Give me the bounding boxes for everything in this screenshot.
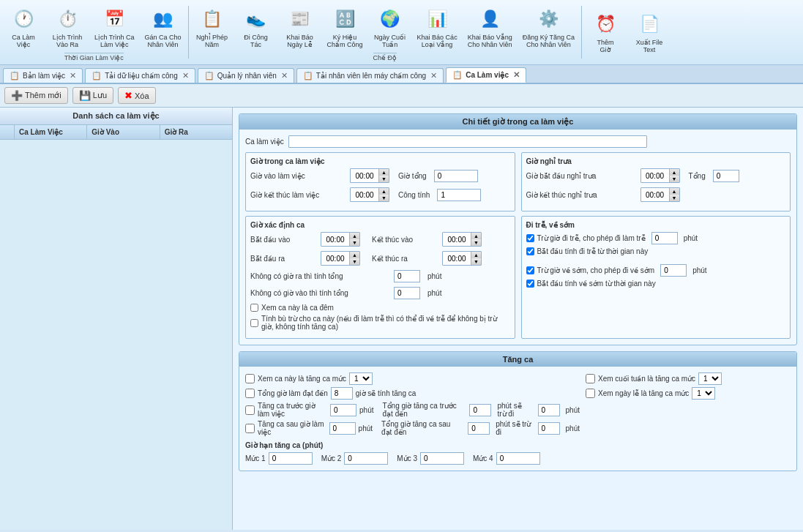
xem-cuoi-tuan-checkbox[interactable] xyxy=(586,374,595,383)
tab-quan-ly-nv[interactable]: 📋 Quản lý nhân viên ✕ xyxy=(198,68,294,83)
bat-dau-vao-up[interactable]: ▲ xyxy=(349,233,359,239)
bat-dau-tinh-di-tre-checkbox[interactable] xyxy=(526,247,534,255)
bat-dau-vao-down[interactable]: ▼ xyxy=(349,239,359,246)
tong-gio-lam-input[interactable] xyxy=(331,387,353,400)
nghi-tong-input[interactable] xyxy=(713,170,739,182)
khong-gio-vao-row: Không có giờ vào thì tính tổng phút xyxy=(250,287,510,299)
toolbar-ngay-cuoi-tuan[interactable]: 🌍 Ngày CuốiTuần xyxy=(368,3,412,51)
ket-thuc-ra-up[interactable]: ▲ xyxy=(471,252,481,258)
gio-nghi-trua-title: Giờ nghỉ trưa xyxy=(526,157,786,165)
cong-tinh-input[interactable] xyxy=(437,189,481,201)
toolbar-ca-lam-viec[interactable]: 🕐 Ca LàmViệc xyxy=(1,3,45,51)
tong-sau-se-tru-input[interactable] xyxy=(538,422,560,435)
tang-ca-sau-checkbox[interactable] xyxy=(245,424,255,433)
ket-thuc-vao-spinner[interactable]: ▲ ▼ xyxy=(442,232,482,247)
bat-dau-ra-spinner[interactable]: ▲ ▼ xyxy=(321,251,360,266)
toolbar-gan-ca-cho-nv[interactable]: 👥 Gán Ca ChoNhân Viên xyxy=(140,3,187,51)
gio-tong-input[interactable] xyxy=(434,170,478,182)
ca-lam-viec-input[interactable] xyxy=(288,135,647,148)
ket-thuc-nghi-down[interactable]: ▼ xyxy=(669,195,679,201)
luu-button[interactable]: 💾 Lưu xyxy=(72,87,113,104)
khong-gio-ra-input[interactable] xyxy=(394,270,420,282)
xoa-button[interactable]: ✖ Xóa xyxy=(118,87,156,104)
muc1-input[interactable] xyxy=(269,452,313,465)
gio-vao-down[interactable]: ▼ xyxy=(378,176,389,182)
muc3-input[interactable] xyxy=(420,452,464,465)
tru-gio-di-tre-checkbox[interactable] xyxy=(526,234,534,242)
ket-thuc-ra-spinner[interactable]: ▲ ▼ xyxy=(442,251,482,266)
ket-thuc-vao-up[interactable]: ▲ xyxy=(471,233,481,239)
toolbar-khai-bao-vang-nv[interactable]: 👤 Khai Báo VắngCho Nhân Viên xyxy=(463,3,518,51)
tab-tai-du-lieu-close[interactable]: ✕ xyxy=(182,71,189,80)
tang-ca-truoc-input[interactable] xyxy=(330,404,356,416)
tong-gio-lam-checkbox[interactable] xyxy=(245,389,255,398)
tru-gio-ve-som-input[interactable] xyxy=(660,264,687,277)
xem-ngay-le-checkbox[interactable] xyxy=(586,389,595,398)
tong-truoc-se-tru-input[interactable] xyxy=(538,404,560,416)
them-moi-button[interactable]: ➕ Thêm mới xyxy=(4,87,68,104)
tab-ca-lam-viec[interactable]: 📋 Ca Làm việc ✕ xyxy=(446,67,526,83)
bat-dau-tinh-ve-som-checkbox[interactable] xyxy=(526,280,534,288)
tab-tai-du-lieu[interactable]: 📋 Tải dữ liệu chấm công ✕ xyxy=(85,68,195,83)
tru-gio-ve-som-checkbox[interactable] xyxy=(526,266,534,274)
toolbar-ky-hieu[interactable]: 🔠 Ký HiệuChấm Công xyxy=(322,3,368,51)
ket-thuc-ra-down[interactable]: ▼ xyxy=(471,258,481,265)
gio-vao-up[interactable]: ▲ xyxy=(378,169,389,176)
xem-tang-ca-muc-checkbox[interactable] xyxy=(245,374,255,383)
toolbar-khai-bao-loai-vang[interactable]: 📊 Khai Báo CácLoại Vắng xyxy=(412,3,463,51)
tinh-bu-tru-checkbox[interactable] xyxy=(250,319,258,327)
bat-dau-ra-input[interactable] xyxy=(321,253,349,264)
bat-dau-ra-down[interactable]: ▼ xyxy=(349,258,359,265)
tong-sau-dat-den-input[interactable] xyxy=(468,422,490,435)
gio-ket-thuc-input[interactable] xyxy=(351,190,378,201)
toolbar-lich-trinh-vao-ra[interactable]: ⏱️ Lịch TrìnhVào Ra xyxy=(45,3,89,51)
toolbar-nghi-phep[interactable]: 📋 Nghỉ PhépNăm xyxy=(190,3,234,51)
toolbar-them-gio[interactable]: ⏰ ThêmGiờ xyxy=(583,3,627,61)
tab-quan-ly-nv-close[interactable]: ✕ xyxy=(281,71,288,80)
tru-gio-di-tre-input[interactable] xyxy=(651,232,678,244)
khong-gio-vao-input[interactable] xyxy=(394,287,420,299)
bat-dau-ra-up[interactable]: ▲ xyxy=(349,252,359,258)
bat-dau-vao-spinner[interactable]: ▲ ▼ xyxy=(321,232,360,247)
ket-thuc-nghi-spinner[interactable]: ▲ ▼ xyxy=(640,187,680,202)
ket-thuc-ra-input[interactable] xyxy=(443,253,471,264)
toolbar-lich-trinh-ca[interactable]: 📅 Lịch Trình CaLàm Việc xyxy=(89,3,140,51)
bat-dau-nghi-up[interactable]: ▲ xyxy=(669,169,679,176)
toolbar-xuat-file[interactable]: 📄 Xuất FileText xyxy=(627,3,671,61)
xem-ngay-le-select[interactable]: 1234 xyxy=(692,387,715,400)
muc4-input[interactable] xyxy=(496,452,540,465)
gio-ket-thuc-spinner[interactable]: ▲ ▼ xyxy=(350,187,389,202)
tab-tai-nv[interactable]: 📋 Tải nhân viên lên máy chấm công ✕ xyxy=(296,68,444,83)
tab-tai-nv-close[interactable]: ✕ xyxy=(430,71,437,80)
ket-thuc-vao-input[interactable] xyxy=(443,234,471,245)
toolbar-di-cong-tac[interactable]: 👟 Đi CôngTác xyxy=(234,3,278,51)
tang-ca-truoc-checkbox[interactable] xyxy=(245,405,255,415)
ket-thuc-vao-down[interactable]: ▼ xyxy=(471,239,481,246)
gio-vao-spinner[interactable]: ▲ ▼ xyxy=(350,168,389,183)
tab-tai-du-lieu-icon: 📋 xyxy=(91,71,102,80)
tong-truoc-dat-den-input[interactable] xyxy=(469,404,491,416)
gio-ket-thuc-up[interactable]: ▲ xyxy=(378,188,389,195)
toolbar-dang-ky-tang-ca[interactable]: ⚙️ Đăng Ký Tăng CaCho Nhân Viên xyxy=(518,3,580,51)
ket-thuc-nghi-input[interactable] xyxy=(641,190,669,201)
ket-thuc-nghi-trua-row: Giờ kết thúc nghỉ trưa ▲ ▼ xyxy=(526,187,786,202)
muc1-item: Mức 1 xyxy=(245,452,313,465)
muc2-input[interactable] xyxy=(344,452,388,465)
bat-dau-vao-input[interactable] xyxy=(321,234,349,245)
bat-dau-nghi-down[interactable]: ▼ xyxy=(669,176,679,182)
nghi-phep-icon: 📋 xyxy=(199,6,225,32)
tang-ca-sau-input[interactable] xyxy=(329,422,356,435)
xem-cuoi-tuan-select[interactable]: 1234 xyxy=(698,372,722,385)
gan-ca-icon: 👥 xyxy=(150,6,176,32)
bat-dau-nghi-input[interactable] xyxy=(641,171,669,181)
xem-tang-ca-muc-select[interactable]: 1234 xyxy=(349,372,373,385)
gio-ket-thuc-down[interactable]: ▼ xyxy=(378,195,389,201)
bat-dau-nghi-spinner[interactable]: ▲ ▼ xyxy=(640,168,680,183)
tab-ban-lam-viec[interactable]: 📋 Bản làm việc ✕ xyxy=(3,68,83,83)
xem-ca-dem-checkbox[interactable] xyxy=(250,304,258,312)
gio-vao-input[interactable] xyxy=(351,171,378,181)
ket-thuc-nghi-up[interactable]: ▲ xyxy=(669,188,679,195)
toolbar-khai-bao-ngay-le[interactable]: 📰 Khai BáoNgày Lễ xyxy=(278,3,322,51)
tab-ban-lam-viec-close[interactable]: ✕ xyxy=(70,71,76,80)
tab-ca-lam-viec-close[interactable]: ✕ xyxy=(513,70,520,80)
